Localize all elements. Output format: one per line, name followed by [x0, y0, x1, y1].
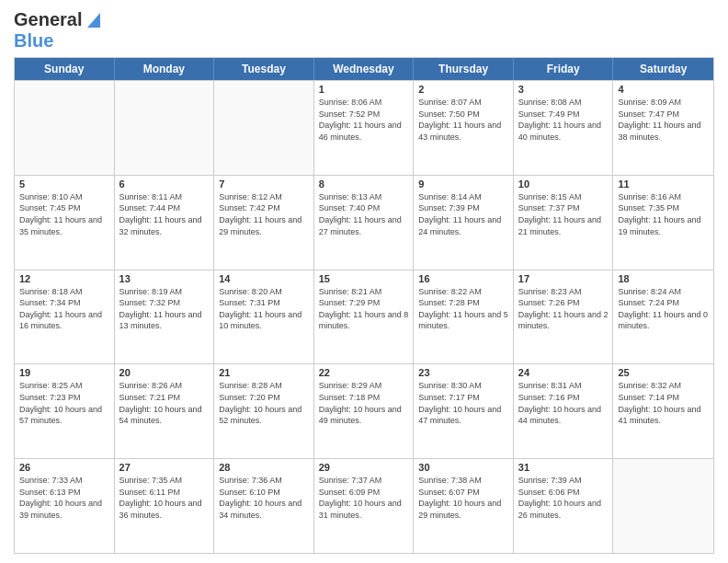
day-cell-29: 29Sunrise: 7:37 AM Sunset: 6:09 PM Dayli… [314, 459, 415, 553]
day-cell-23: 23Sunrise: 8:30 AM Sunset: 7:17 PM Dayli… [414, 364, 514, 458]
empty-cell [613, 459, 713, 553]
day-cell-18: 18Sunrise: 8:24 AM Sunset: 7:24 PM Dayli… [613, 270, 713, 364]
day-info: Sunrise: 8:31 AM Sunset: 7:16 PM Dayligh… [518, 380, 609, 426]
day-number: 21 [219, 367, 309, 378]
day-cell-15: 15Sunrise: 8:21 AM Sunset: 7:29 PM Dayli… [314, 270, 415, 364]
day-info: Sunrise: 8:30 AM Sunset: 7:17 PM Dayligh… [418, 380, 508, 426]
day-number: 17 [518, 273, 609, 284]
header-day-saturday: Saturday [613, 58, 713, 80]
day-info: Sunrise: 7:37 AM Sunset: 6:09 PM Dayligh… [319, 475, 409, 521]
calendar-row-1: 1Sunrise: 8:06 AM Sunset: 7:52 PM Daylig… [15, 80, 713, 175]
day-cell-7: 7Sunrise: 8:12 AM Sunset: 7:42 PM Daylig… [214, 176, 314, 270]
empty-cell [115, 81, 215, 175]
day-number: 11 [618, 178, 709, 190]
day-number: 4 [618, 84, 709, 95]
day-info: Sunrise: 8:06 AM Sunset: 7:52 PM Dayligh… [319, 97, 409, 143]
day-number: 19 [19, 367, 109, 378]
day-number: 14 [219, 273, 309, 284]
day-number: 2 [418, 84, 508, 95]
calendar-header: SundayMondayTuesdayWednesdayThursdayFrid… [15, 58, 713, 80]
day-info: Sunrise: 8:29 AM Sunset: 7:18 PM Dayligh… [319, 380, 409, 426]
day-cell-28: 28Sunrise: 7:36 AM Sunset: 6:10 PM Dayli… [214, 459, 314, 553]
day-cell-27: 27Sunrise: 7:35 AM Sunset: 6:11 PM Dayli… [115, 459, 215, 553]
day-info: Sunrise: 8:12 AM Sunset: 7:42 PM Dayligh… [219, 191, 309, 237]
day-number: 20 [119, 367, 210, 378]
day-info: Sunrise: 8:25 AM Sunset: 7:23 PM Dayligh… [19, 380, 109, 426]
day-info: Sunrise: 7:36 AM Sunset: 6:10 PM Dayligh… [219, 475, 309, 521]
day-cell-13: 13Sunrise: 8:19 AM Sunset: 7:32 PM Dayli… [115, 270, 215, 364]
day-number: 9 [418, 178, 508, 190]
day-info: Sunrise: 8:13 AM Sunset: 7:40 PM Dayligh… [319, 191, 409, 237]
day-info: Sunrise: 8:19 AM Sunset: 7:32 PM Dayligh… [119, 286, 210, 332]
day-cell-16: 16Sunrise: 8:22 AM Sunset: 7:28 PM Dayli… [414, 270, 514, 364]
day-number: 18 [618, 273, 709, 284]
day-info: Sunrise: 8:18 AM Sunset: 7:34 PM Dayligh… [19, 286, 109, 332]
day-info: Sunrise: 8:15 AM Sunset: 7:37 PM Dayligh… [518, 191, 609, 237]
day-info: Sunrise: 8:23 AM Sunset: 7:26 PM Dayligh… [518, 286, 609, 332]
day-number: 30 [418, 462, 508, 473]
day-number: 3 [518, 84, 609, 95]
day-cell-5: 5Sunrise: 8:10 AM Sunset: 7:45 PM Daylig… [15, 176, 115, 270]
calendar-row-5: 26Sunrise: 7:33 AM Sunset: 6:13 PM Dayli… [15, 458, 713, 553]
day-number: 22 [319, 367, 409, 378]
day-number: 26 [19, 462, 109, 473]
header-day-sunday: Sunday [15, 58, 115, 80]
header-day-tuesday: Tuesday [214, 58, 314, 80]
calendar: SundayMondayTuesdayWednesdayThursdayFrid… [14, 57, 714, 554]
day-number: 5 [19, 178, 109, 190]
day-info: Sunrise: 8:21 AM Sunset: 7:29 PM Dayligh… [319, 286, 409, 332]
header-day-wednesday: Wednesday [314, 58, 415, 80]
day-number: 6 [119, 178, 210, 190]
day-info: Sunrise: 8:16 AM Sunset: 7:35 PM Dayligh… [618, 191, 709, 237]
header-day-monday: Monday [115, 58, 215, 80]
day-cell-20: 20Sunrise: 8:26 AM Sunset: 7:21 PM Dayli… [115, 364, 215, 458]
day-number: 1 [319, 84, 409, 95]
day-number: 27 [119, 462, 210, 473]
day-cell-21: 21Sunrise: 8:28 AM Sunset: 7:20 PM Dayli… [214, 364, 314, 458]
day-info: Sunrise: 8:22 AM Sunset: 7:28 PM Dayligh… [418, 286, 508, 332]
day-number: 28 [219, 462, 309, 473]
day-info: Sunrise: 8:08 AM Sunset: 7:49 PM Dayligh… [518, 97, 609, 143]
day-cell-12: 12Sunrise: 8:18 AM Sunset: 7:34 PM Dayli… [15, 270, 115, 364]
calendar-page: General Blue SundayMondayTuesdayWednesda… [0, 0, 728, 563]
calendar-row-2: 5Sunrise: 8:10 AM Sunset: 7:45 PM Daylig… [15, 175, 713, 270]
day-info: Sunrise: 7:38 AM Sunset: 6:07 PM Dayligh… [418, 475, 508, 521]
header-day-friday: Friday [514, 58, 614, 80]
day-cell-31: 31Sunrise: 7:39 AM Sunset: 6:06 PM Dayli… [514, 459, 614, 553]
empty-cell [15, 81, 115, 175]
day-cell-11: 11Sunrise: 8:16 AM Sunset: 7:35 PM Dayli… [613, 176, 713, 270]
svg-marker-0 [87, 13, 100, 28]
day-info: Sunrise: 8:09 AM Sunset: 7:47 PM Dayligh… [618, 97, 709, 143]
day-cell-8: 8Sunrise: 8:13 AM Sunset: 7:40 PM Daylig… [314, 176, 415, 270]
day-cell-17: 17Sunrise: 8:23 AM Sunset: 7:26 PM Dayli… [514, 270, 614, 364]
day-cell-2: 2Sunrise: 8:07 AM Sunset: 7:50 PM Daylig… [414, 81, 514, 175]
day-cell-24: 24Sunrise: 8:31 AM Sunset: 7:16 PM Dayli… [514, 364, 614, 458]
day-number: 10 [518, 178, 609, 190]
day-cell-22: 22Sunrise: 8:29 AM Sunset: 7:18 PM Dayli… [314, 364, 415, 458]
day-info: Sunrise: 8:32 AM Sunset: 7:14 PM Dayligh… [618, 380, 709, 426]
empty-cell [214, 81, 314, 175]
day-info: Sunrise: 8:11 AM Sunset: 7:44 PM Dayligh… [119, 191, 210, 237]
day-number: 8 [319, 178, 409, 190]
day-info: Sunrise: 8:28 AM Sunset: 7:20 PM Dayligh… [219, 380, 309, 426]
day-info: Sunrise: 8:26 AM Sunset: 7:21 PM Dayligh… [119, 380, 210, 426]
day-cell-3: 3Sunrise: 8:08 AM Sunset: 7:49 PM Daylig… [514, 81, 614, 175]
day-cell-6: 6Sunrise: 8:11 AM Sunset: 7:44 PM Daylig… [115, 176, 215, 270]
logo-triangle-icon [84, 9, 104, 29]
day-info: Sunrise: 8:14 AM Sunset: 7:39 PM Dayligh… [418, 191, 508, 237]
day-number: 12 [19, 273, 109, 284]
day-number: 16 [418, 273, 508, 284]
day-cell-1: 1Sunrise: 8:06 AM Sunset: 7:52 PM Daylig… [314, 81, 415, 175]
day-number: 13 [119, 273, 210, 284]
day-info: Sunrise: 7:33 AM Sunset: 6:13 PM Dayligh… [19, 475, 109, 521]
header-day-thursday: Thursday [414, 58, 514, 80]
day-cell-14: 14Sunrise: 8:20 AM Sunset: 7:31 PM Dayli… [214, 270, 314, 364]
day-info: Sunrise: 8:24 AM Sunset: 7:24 PM Dayligh… [618, 286, 709, 332]
header: General Blue [14, 9, 714, 52]
day-cell-30: 30Sunrise: 7:38 AM Sunset: 6:07 PM Dayli… [414, 459, 514, 553]
day-number: 25 [618, 367, 709, 378]
day-info: Sunrise: 8:10 AM Sunset: 7:45 PM Dayligh… [19, 191, 109, 237]
logo-blue: Blue [14, 30, 53, 51]
day-number: 31 [518, 462, 609, 473]
day-cell-25: 25Sunrise: 8:32 AM Sunset: 7:14 PM Dayli… [613, 364, 713, 458]
